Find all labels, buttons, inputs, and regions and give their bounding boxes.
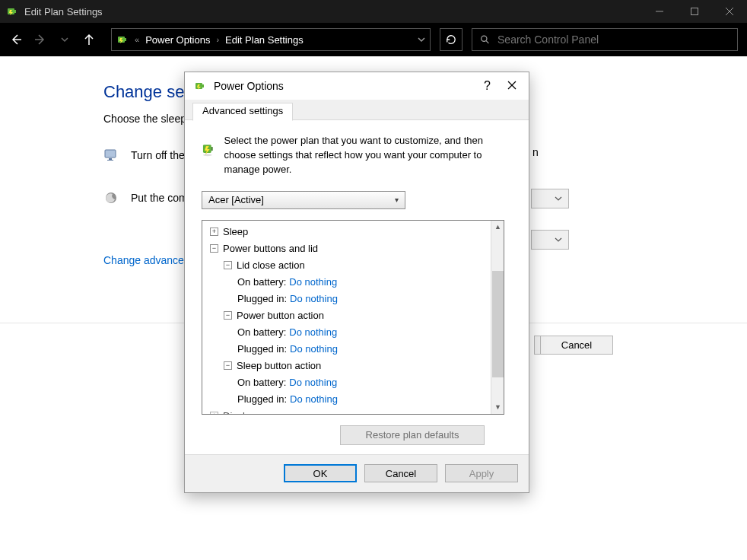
- svg-rect-3: [691, 8, 698, 15]
- background-dropdown-1[interactable]: [531, 189, 569, 208]
- breadcrumb-current[interactable]: Edit Plan Settings: [225, 34, 304, 46]
- tree-node-lid-close[interactable]: −Lid close action: [202, 257, 491, 274]
- tree-leaf-sleep-plugged[interactable]: Plugged in:Do nothing: [202, 391, 491, 408]
- restore-defaults-button[interactable]: Restore plan defaults: [340, 425, 485, 445]
- apply-button[interactable]: Apply: [445, 464, 518, 482]
- search-box[interactable]: [472, 28, 738, 51]
- svg-point-8: [482, 36, 487, 41]
- change-advanced-link[interactable]: Change advance: [103, 254, 184, 266]
- dialog-intro-text: Select the power plan that you want to c…: [224, 134, 512, 177]
- breadcrumb-parent[interactable]: Power Options: [145, 34, 210, 46]
- dialog-close-button[interactable]: [504, 79, 520, 93]
- svg-point-20: [203, 154, 212, 156]
- nav-recent-dropdown[interactable]: [58, 33, 72, 46]
- tree-leaf-power-battery[interactable]: On battery:Do nothing: [202, 324, 491, 341]
- monitor-icon: [103, 148, 119, 163]
- tree-leaf-power-plugged[interactable]: Plugged in:Do nothing: [202, 341, 491, 358]
- put-computer-sleep-row-label: Put the com: [131, 192, 188, 204]
- address-dropdown-icon[interactable]: [418, 34, 425, 46]
- cancel-button-background[interactable]: Cancel: [540, 336, 613, 355]
- outer-window-title: Edit Plan Settings: [24, 6, 103, 18]
- window-close-button[interactable]: [712, 0, 747, 23]
- collapse-icon[interactable]: −: [224, 311, 232, 320]
- turn-off-display-row-label: Turn off the: [131, 149, 185, 161]
- power-plan-dropdown[interactable]: Acer [Active] ▾: [202, 191, 405, 209]
- search-input[interactable]: [497, 33, 730, 46]
- nav-toolbar: « Power Options › Edit Plan Settings: [0, 23, 747, 56]
- power-plan-selected: Acer [Active]: [208, 194, 264, 205]
- svg-line-9: [486, 41, 488, 43]
- tree-node-sleep-button[interactable]: −Sleep button action: [202, 358, 491, 374]
- svg-rect-11: [109, 158, 112, 160]
- power-options-dialog: Power Options ? Advanced settings Select…: [184, 72, 529, 493]
- tree-node-sleep[interactable]: +Sleep: [202, 224, 491, 240]
- battery-plug-app-icon: [6, 5, 18, 18]
- tab-advanced-settings[interactable]: Advanced settings: [192, 103, 293, 121]
- battery-plug-icon: [194, 80, 206, 92]
- settings-tree: +Sleep −Power buttons and lid −Lid close…: [202, 220, 504, 415]
- dialog-titlebar: Power Options ?: [185, 72, 529, 100]
- breadcrumb-prefix: «: [135, 35, 139, 44]
- background-dropdown-2[interactable]: [531, 230, 569, 250]
- hidden-text-on: n: [532, 146, 539, 158]
- battery-plug-large-icon: [202, 134, 215, 164]
- dialog-tabbar: Advanced settings: [185, 100, 529, 120]
- nav-refresh-button[interactable]: [440, 28, 463, 51]
- scroll-down-button[interactable]: ▼: [491, 401, 504, 414]
- value-link[interactable]: Do nothing: [290, 343, 338, 355]
- collapse-icon[interactable]: −: [224, 261, 232, 269]
- nav-forward-button[interactable]: [33, 33, 47, 46]
- tree-scrollbar[interactable]: ▲ ▼: [491, 221, 504, 414]
- scroll-thumb[interactable]: [492, 271, 504, 377]
- address-bar[interactable]: « Power Options › Edit Plan Settings: [111, 28, 431, 51]
- battery-plug-icon: [116, 33, 129, 46]
- expand-icon[interactable]: +: [210, 228, 218, 236]
- breadcrumb-separator-icon[interactable]: ›: [216, 35, 219, 44]
- cancel-button[interactable]: Cancel: [364, 464, 437, 482]
- value-link[interactable]: Do nothing: [289, 326, 337, 338]
- value-link[interactable]: Do nothing: [290, 293, 338, 304]
- collapse-icon[interactable]: −: [210, 244, 218, 253]
- ok-button[interactable]: OK: [284, 464, 357, 482]
- value-link[interactable]: Do nothing: [289, 276, 337, 288]
- dialog-help-button[interactable]: ?: [484, 79, 491, 93]
- collapse-icon[interactable]: −: [224, 361, 232, 370]
- tree-node-display[interactable]: +Display: [202, 408, 491, 414]
- value-link[interactable]: Do nothing: [289, 377, 337, 388]
- chevron-down-icon: ▾: [395, 196, 399, 204]
- scroll-up-button[interactable]: ▲: [491, 221, 504, 234]
- tree-node-power-button[interactable]: −Power button action: [202, 307, 491, 324]
- tree-leaf-sleep-battery[interactable]: On battery:Do nothing: [202, 374, 491, 391]
- outer-window-titlebar: Edit Plan Settings: [0, 0, 747, 23]
- nav-up-button[interactable]: [82, 33, 96, 46]
- window-minimize-button[interactable]: [642, 0, 677, 23]
- search-icon: [480, 34, 490, 45]
- svg-rect-19: [211, 147, 213, 151]
- svg-rect-15: [202, 84, 204, 88]
- value-link[interactable]: Do nothing: [290, 393, 338, 405]
- dialog-button-row: OK Cancel Apply: [185, 454, 529, 492]
- svg-rect-7: [125, 38, 126, 41]
- dialog-title: Power Options: [214, 80, 284, 92]
- sleep-moon-icon: [103, 190, 119, 205]
- tree-leaf-lid-battery[interactable]: On battery:Do nothing: [202, 274, 491, 291]
- tree-leaf-lid-plugged[interactable]: Plugged in:Do nothing: [202, 291, 491, 307]
- svg-rect-1: [14, 10, 16, 13]
- expand-icon[interactable]: +: [210, 412, 218, 414]
- nav-back-button[interactable]: [9, 33, 23, 46]
- window-maximize-button[interactable]: [677, 0, 712, 23]
- tree-node-power-buttons-lid[interactable]: −Power buttons and lid: [202, 240, 491, 257]
- svg-rect-10: [105, 150, 116, 158]
- svg-rect-12: [107, 160, 113, 161]
